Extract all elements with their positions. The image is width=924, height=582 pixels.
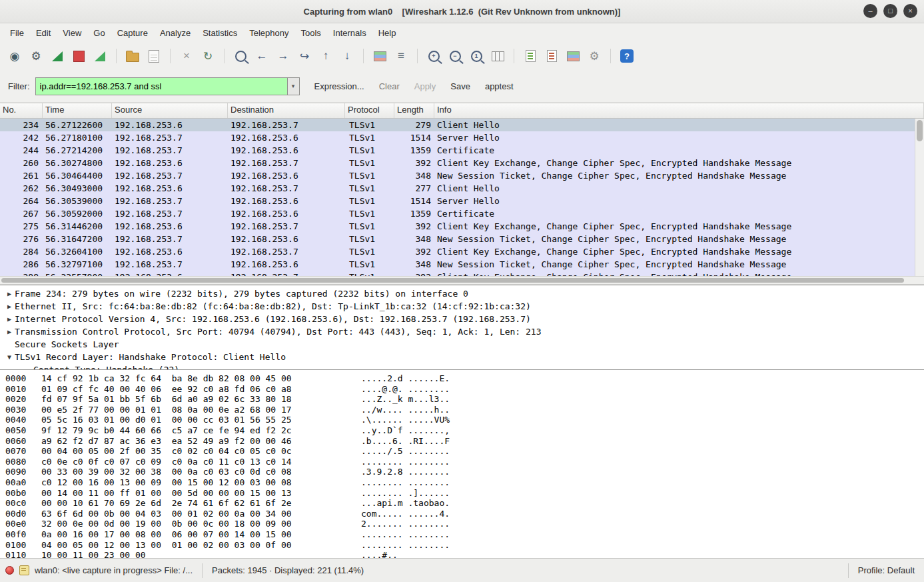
menu-help[interactable]: Help <box>372 25 402 41</box>
capture-options-icon[interactable]: ⚙ <box>27 47 45 65</box>
apply-button[interactable]: Apply <box>408 77 443 95</box>
hex-line[interactable]: 0080c0 0e c0 0f c0 07 c0 09 c0 0a c0 11 … <box>5 457 924 467</box>
capture-start-icon[interactable] <box>48 47 67 65</box>
tree-expander-icon[interactable]: ▶ <box>4 313 15 325</box>
close-capture-icon[interactable]: × <box>177 47 196 65</box>
tree-expander-icon[interactable] <box>4 338 15 351</box>
expert-info-icon[interactable] <box>5 566 14 575</box>
hex-line[interactable]: 00c000 00 10 61 70 69 2e 6d 2e 74 61 6f … <box>5 498 924 509</box>
packet-row-262[interactable]: 26256.30493000192.168.253.6192.168.253.7… <box>0 182 915 195</box>
hex-line[interactable]: 011010 00 11 00 23 00 00....#.. <box>5 550 924 558</box>
resize-columns-icon[interactable] <box>488 47 507 65</box>
reload-capture-icon[interactable]: ↻ <box>199 47 217 65</box>
hex-line[interactable]: 0020fd 07 9f 5a 01 bb 5f 6b 6d a0 a9 02 … <box>5 394 924 405</box>
packet-row-261[interactable]: 26156.30464400192.168.253.7192.168.253.6… <box>0 169 915 182</box>
column-header-info[interactable]: Info <box>434 103 924 118</box>
tree-expander-icon[interactable]: ▶ <box>4 300 15 313</box>
packet-row-244[interactable]: 24456.27214200192.168.253.7192.168.253.6… <box>0 144 915 157</box>
packet-row-286[interactable]: 28656.32797100192.168.253.7192.168.253.6… <box>0 258 915 271</box>
go-to-bottom-icon[interactable]: ↓ <box>338 47 356 65</box>
filter-dropdown-icon[interactable]: ▾ <box>287 77 300 95</box>
packet-row-288[interactable]: 28856.33557800192.168.253.6192.168.253.7… <box>0 271 915 276</box>
hex-line[interactable]: 00509f 12 79 9c b0 44 60 66 c5 a7 ce fe … <box>5 425 924 436</box>
maximize-button-icon[interactable]: □ <box>883 4 897 18</box>
menu-edit[interactable]: Edit <box>30 25 57 41</box>
packet-row-264[interactable]: 26456.30539000192.168.253.7192.168.253.6… <box>0 195 915 207</box>
column-header-destination[interactable]: Destination <box>228 103 345 118</box>
go-back-icon[interactable]: ← <box>252 47 271 65</box>
packet-row-242[interactable]: 24256.27180100192.168.253.7192.168.253.6… <box>0 131 915 144</box>
menu-capture[interactable]: Capture <box>111 25 154 41</box>
zoom-in-icon[interactable]: + <box>424 47 443 65</box>
tree-expander-icon[interactable]: ▶ <box>4 325 15 338</box>
go-to-packet-icon[interactable]: ↪ <box>295 47 314 65</box>
capture-comment-icon[interactable] <box>19 565 29 575</box>
find-packet-icon[interactable] <box>231 47 250 65</box>
clear-button[interactable]: Clear <box>372 77 406 95</box>
column-header-length[interactable]: Length <box>394 103 434 118</box>
detail-line[interactable]: Content Type: Handshake (22) <box>23 363 924 369</box>
preferences-icon[interactable]: ⚙ <box>585 47 604 65</box>
filter-input[interactable] <box>35 77 287 95</box>
packet-row-284[interactable]: 28456.32604100192.168.253.6192.168.253.7… <box>0 245 915 258</box>
packet-row-260[interactable]: 26056.30274800192.168.253.6192.168.253.7… <box>0 157 915 169</box>
display-filters-icon[interactable] <box>542 47 561 65</box>
colorize-packet-list-icon[interactable] <box>370 47 389 65</box>
hex-line[interactable]: 009000 33 00 39 00 32 00 38 00 0a c0 03 … <box>5 467 924 477</box>
packet-row-275[interactable]: 27556.31446200192.168.253.6192.168.253.7… <box>0 220 915 233</box>
tree-expander-icon[interactable]: ▶ <box>4 287 15 300</box>
menu-statistics[interactable]: Statistics <box>197 25 243 41</box>
hex-line[interactable]: 004005 5c 16 03 01 00 d0 01 00 00 cc 03 … <box>5 415 924 425</box>
column-header-no[interactable]: No. <box>0 103 43 118</box>
menu-telephony[interactable]: Telephony <box>243 25 294 41</box>
packet-row-267[interactable]: 26756.30592000192.168.253.7192.168.253.6… <box>0 207 915 220</box>
hex-line[interactable]: 00e032 00 0e 00 0d 00 19 00 0b 00 0c 00 … <box>5 519 924 529</box>
column-header-source[interactable]: Source <box>112 103 228 118</box>
hex-line[interactable]: 010004 00 05 00 12 00 13 00 01 00 02 00 … <box>5 540 924 551</box>
close-button-icon[interactable]: × <box>903 4 917 18</box>
detail-line[interactable]: ▶Frame 234: 279 bytes on wire (2232 bits… <box>4 287 924 300</box>
packet-list-hscrollbar[interactable] <box>0 276 924 285</box>
save-capture-file-icon[interactable] <box>145 47 163 65</box>
packet-row-276[interactable]: 27656.31647200192.168.253.7192.168.253.6… <box>0 233 915 245</box>
vscrollbar-thumb[interactable] <box>917 120 923 141</box>
hscrollbar-thumb[interactable] <box>1 278 904 283</box>
detail-line[interactable]: ▶Ethernet II, Src: fc:64:ba:8e:db:82 (fc… <box>4 300 924 313</box>
help-icon[interactable]: ? <box>618 47 636 65</box>
hex-line[interactable]: 0060a9 62 f2 d7 87 ac 36 e3 ea 52 49 a9 … <box>5 436 924 447</box>
tree-expander-icon[interactable] <box>23 363 33 369</box>
hex-line[interactable]: 001001 09 cf fc 40 00 40 06 ee 92 c0 a8 … <box>5 384 924 395</box>
zoom-out-icon[interactable]: − <box>446 47 464 65</box>
open-capture-file-icon[interactable] <box>123 47 142 65</box>
hex-line[interactable]: 00a0c0 12 00 16 00 13 00 09 00 15 00 12 … <box>5 477 924 488</box>
menu-internals[interactable]: Internals <box>327 25 372 41</box>
menu-file[interactable]: File <box>4 25 30 41</box>
detail-line[interactable]: ▶Internet Protocol Version 4, Src: 192.1… <box>4 313 924 325</box>
hex-line[interactable]: 00d063 6f 6d 00 0b 00 04 03 00 01 02 00 … <box>5 509 924 519</box>
menu-view[interactable]: View <box>57 25 87 41</box>
apptest-button[interactable]: apptest <box>478 77 520 95</box>
detail-line[interactable]: ▼TLSv1 Record Layer: Handshake Protocol:… <box>4 351 924 363</box>
column-header-protocol[interactable]: Protocol <box>345 103 394 118</box>
go-forward-icon[interactable]: → <box>274 47 292 65</box>
hex-line[interactable]: 00b000 14 00 11 00 ff 01 00 00 5d 00 00 … <box>5 488 924 499</box>
save-button[interactable]: Save <box>444 77 477 95</box>
tree-expander-icon[interactable]: ▼ <box>4 351 15 363</box>
hex-line[interactable]: 000014 cf 92 1b ca 32 fc 64 ba 8e db 82 … <box>5 373 924 384</box>
go-to-top-icon[interactable]: ↑ <box>316 47 335 65</box>
capture-filters-icon[interactable] <box>521 47 540 65</box>
hex-line[interactable]: 007000 04 00 05 00 2f 00 35 c0 02 c0 04 … <box>5 446 924 457</box>
packet-list-vscrollbar[interactable] <box>915 119 924 276</box>
zoom-100-icon[interactable]: 1 <box>467 47 486 65</box>
coloring-rules-icon[interactable] <box>564 47 582 65</box>
hex-line[interactable]: 003000 e5 2f 77 00 00 01 01 08 0a 00 0e … <box>5 405 924 415</box>
detail-line[interactable]: ▶Transmission Control Protocol, Src Port… <box>4 325 924 338</box>
auto-scroll-icon[interactable]: ≡ <box>392 47 410 65</box>
minimize-button-icon[interactable]: – <box>863 4 877 18</box>
list-interfaces-icon[interactable]: ◉ <box>5 47 24 65</box>
column-header-time[interactable]: Time <box>43 103 112 118</box>
detail-line[interactable]: Secure Sockets Layer <box>4 338 924 351</box>
capture-restart-icon[interactable] <box>91 47 109 65</box>
hex-line[interactable]: 00f00a 00 16 00 17 00 08 00 06 00 07 00 … <box>5 529 924 540</box>
expression-button[interactable]: Expression... <box>308 77 371 95</box>
